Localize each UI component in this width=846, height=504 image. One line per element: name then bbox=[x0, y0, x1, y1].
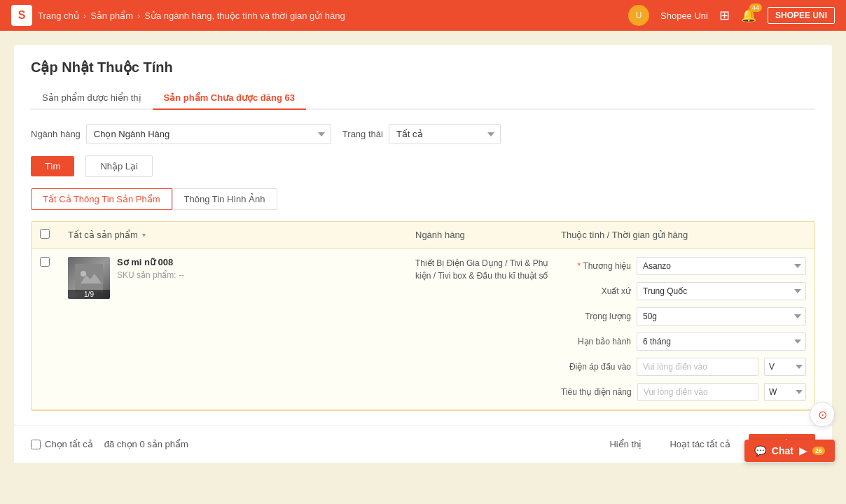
page-title: Cập Nhật Thuộc Tính bbox=[31, 59, 815, 76]
footer-bar: Chọn tất cả đã chọn 0 sản phẩm Hiển thị … bbox=[14, 425, 832, 463]
chevron-down-icon: ▾ bbox=[142, 231, 146, 239]
attr-select-origin[interactable]: Trung Quốc bbox=[637, 282, 806, 300]
industry-label: Ngành hàng bbox=[31, 129, 81, 139]
product-table: Tất cả sản phẩm ▾ Ngành hàng Thuộc tính … bbox=[31, 221, 815, 411]
tab-shown[interactable]: Sản phẩm được hiển thị bbox=[31, 87, 153, 110]
chat-button[interactable]: 💬 Chat ▶ 26 bbox=[744, 440, 835, 462]
product-info: 1/9 Sơ mi nữ 008 SKU sản phẩm: -- bbox=[68, 257, 410, 299]
shopee-uni-button[interactable]: SHOPEE UNI bbox=[768, 7, 835, 24]
help-icon: ⊙ bbox=[818, 408, 827, 421]
product-thumbnail-icon bbox=[75, 264, 103, 292]
store-name: Shopee Uni bbox=[660, 10, 708, 21]
sub-tab-all-info[interactable]: Tất Cả Thông Tin Sản Phẩm bbox=[31, 188, 172, 210]
bulk-actions-button[interactable]: Hoạt tác tất cả bbox=[660, 434, 740, 454]
table-row: 1/9 Sơ mi nữ 008 SKU sản phẩm: -- Thiết … bbox=[32, 248, 814, 410]
attr-row-weight: Trọng lượng 50g bbox=[561, 307, 806, 326]
attr-select-weight[interactable]: 50g bbox=[637, 307, 806, 326]
breadcrumb-home[interactable]: Trang chủ bbox=[38, 10, 79, 21]
attr-label-voltage: Điện áp đầu vào bbox=[561, 362, 631, 372]
attr-select-warranty[interactable]: 6 tháng bbox=[637, 332, 806, 351]
breadcrumb: Trang chủ › Sản phẩm › Sửa ngành hàng, t… bbox=[38, 10, 345, 21]
attr-label-brand: Thương hiệu bbox=[561, 261, 631, 271]
tabs: Sản phẩm được hiển thị Sản phẩm Chưa đượ… bbox=[31, 87, 815, 110]
action-row: Tìm Nhập Lại bbox=[31, 155, 815, 177]
avatar-icon: U bbox=[636, 10, 642, 20]
avatar: U bbox=[628, 5, 649, 26]
attr-row-voltage: Điện áp đầu vào V bbox=[561, 358, 806, 376]
status-label: Trang thái bbox=[342, 129, 383, 139]
footer-select-all-checkbox[interactable] bbox=[31, 440, 41, 449]
attr-select-brand[interactable]: Asanzo bbox=[637, 257, 806, 275]
attr-row-origin: Xuất xứ Trung Quốc bbox=[561, 282, 806, 300]
attr-unit-voltage[interactable]: V bbox=[764, 358, 806, 376]
breadcrumb-current: Sửa ngành hàng, thuộc tính và thời gian … bbox=[144, 10, 345, 21]
attr-row-warranty: Hạn bảo hành 6 tháng bbox=[561, 332, 806, 351]
help-button[interactable]: ⊙ bbox=[810, 402, 835, 427]
product-image: 1/9 bbox=[68, 257, 110, 299]
industry-select[interactable]: Chọn Ngành Hàng bbox=[86, 124, 331, 144]
product-name: Sơ mi nữ 008 bbox=[117, 257, 184, 267]
select-all-label[interactable]: Chọn tất cả bbox=[31, 439, 93, 449]
tab-not-listed[interactable]: Sản phẩm Chưa được đăng 63 bbox=[153, 87, 306, 110]
chat-label: Chat bbox=[772, 445, 793, 456]
header-checkbox-cell bbox=[40, 229, 62, 241]
status-filter-group: Trang thái Tất cả bbox=[342, 124, 501, 144]
chat-video-icon: ▶ bbox=[799, 445, 807, 456]
breadcrumb-products[interactable]: Sản phẩm bbox=[90, 10, 133, 21]
breadcrumb-sep-1: › bbox=[83, 10, 86, 21]
notification-badge: 44 bbox=[749, 4, 762, 12]
attr-input-voltage[interactable] bbox=[637, 358, 758, 376]
select-all-checkbox[interactable] bbox=[40, 229, 50, 239]
attr-label-power: Tiêu thụ điện năng bbox=[561, 387, 632, 397]
chat-badge: 26 bbox=[812, 447, 825, 455]
attr-label-weight: Trọng lượng bbox=[561, 312, 631, 321]
attr-row-power: Tiêu thụ điện năng W bbox=[561, 383, 806, 401]
row-checkbox-cell bbox=[40, 257, 62, 269]
notification-bell[interactable]: 🔔 44 bbox=[741, 8, 756, 23]
product-details: Sơ mi nữ 008 SKU sản phẩm: -- bbox=[117, 257, 184, 280]
header: S Trang chủ › Sản phẩm › Sửa ngành hàng,… bbox=[0, 0, 846, 31]
sub-tabs: Tất Cả Thông Tin Sản Phẩm Thông Tin Hình… bbox=[31, 188, 815, 210]
industry-filter-group: Ngành hàng Chọn Ngành Hàng bbox=[31, 124, 331, 144]
select-all-cell: Tất cả sản phẩm ▾ bbox=[68, 230, 410, 240]
image-count-badge: 1/9 bbox=[68, 290, 110, 299]
header-attributes: Thuộc tính / Thời gian gửi hàng bbox=[561, 230, 806, 240]
footer-status: đã chọn 0 sản phẩm bbox=[104, 439, 188, 449]
svg-point-1 bbox=[81, 271, 86, 276]
attr-unit-power[interactable]: W bbox=[764, 383, 806, 401]
attribute-fields: Thương hiệu Asanzo Xuất xứ Trung Quốc bbox=[561, 257, 806, 401]
row-checkbox[interactable] bbox=[40, 257, 50, 267]
show-button[interactable]: Hiển thị bbox=[599, 434, 651, 454]
attr-label-origin: Xuất xứ bbox=[561, 286, 631, 296]
attr-row-brand: Thương hiệu Asanzo bbox=[561, 257, 806, 275]
status-select[interactable]: Tất cả bbox=[389, 124, 501, 144]
table-header: Tất cả sản phẩm ▾ Ngành hàng Thuộc tính … bbox=[32, 222, 814, 248]
breadcrumb-sep-2: › bbox=[137, 10, 140, 21]
grid-icon[interactable]: ⊞ bbox=[719, 8, 730, 23]
header-right: U Shopee Uni ⊞ 🔔 44 SHOPEE UNI bbox=[628, 5, 835, 26]
filter-row: Ngành hàng Chọn Ngành Hàng Trang thái Tấ… bbox=[31, 124, 815, 144]
main-wrapper: Cập Nhật Thuộc Tính Sản phẩm được hiển t… bbox=[0, 31, 846, 504]
shopee-logo[interactable]: S bbox=[11, 5, 32, 26]
chat-icon: 💬 bbox=[754, 445, 766, 456]
search-button[interactable]: Tìm bbox=[31, 156, 74, 176]
content-card: Cập Nhật Thuộc Tính Sản phẩm được hiển t… bbox=[14, 45, 832, 425]
product-sku: SKU sản phẩm: -- bbox=[117, 270, 184, 280]
header-industry: Ngành hàng bbox=[415, 230, 555, 240]
attr-input-power[interactable] bbox=[637, 383, 758, 401]
header-products: Tất cả sản phẩm bbox=[68, 230, 138, 240]
product-category: Thiết Bị Điện Gia Dụng / Tivi & Phụ kiện… bbox=[415, 257, 555, 282]
sub-tab-images[interactable]: Thông Tin Hình Ảnh bbox=[172, 188, 277, 210]
attr-label-warranty: Hạn bảo hành bbox=[561, 337, 631, 346]
reset-button[interactable]: Nhập Lại bbox=[85, 155, 153, 177]
